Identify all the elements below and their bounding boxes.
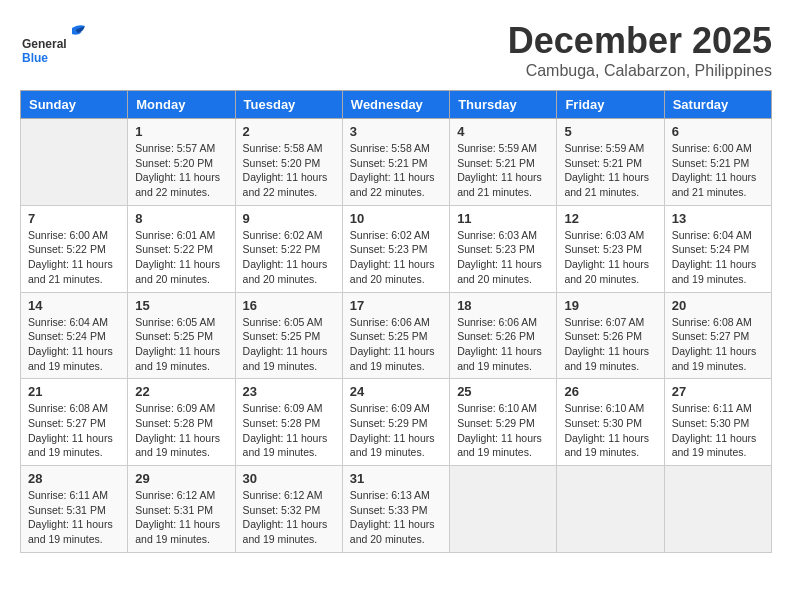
calendar-day-19: 19Sunrise: 6:07 AM Sunset: 5:26 PM Dayli…	[557, 292, 664, 379]
day-number: 14	[28, 298, 120, 313]
day-number: 1	[135, 124, 227, 139]
day-number: 26	[564, 384, 656, 399]
calendar-day-28: 28Sunrise: 6:11 AM Sunset: 5:31 PM Dayli…	[21, 466, 128, 553]
calendar-day-16: 16Sunrise: 6:05 AM Sunset: 5:25 PM Dayli…	[235, 292, 342, 379]
day-info: Sunrise: 6:10 AM Sunset: 5:29 PM Dayligh…	[457, 401, 549, 460]
day-info: Sunrise: 5:58 AM Sunset: 5:20 PM Dayligh…	[243, 141, 335, 200]
weekday-header-monday: Monday	[128, 91, 235, 119]
logo: General Blue	[20, 20, 110, 65]
weekday-header-wednesday: Wednesday	[342, 91, 449, 119]
day-info: Sunrise: 6:08 AM Sunset: 5:27 PM Dayligh…	[28, 401, 120, 460]
calendar-day-12: 12Sunrise: 6:03 AM Sunset: 5:23 PM Dayli…	[557, 205, 664, 292]
day-info: Sunrise: 6:05 AM Sunset: 5:25 PM Dayligh…	[135, 315, 227, 374]
day-info: Sunrise: 6:01 AM Sunset: 5:22 PM Dayligh…	[135, 228, 227, 287]
calendar-day-11: 11Sunrise: 6:03 AM Sunset: 5:23 PM Dayli…	[450, 205, 557, 292]
day-number: 21	[28, 384, 120, 399]
calendar-day-10: 10Sunrise: 6:02 AM Sunset: 5:23 PM Dayli…	[342, 205, 449, 292]
day-info: Sunrise: 6:02 AM Sunset: 5:22 PM Dayligh…	[243, 228, 335, 287]
day-info: Sunrise: 5:59 AM Sunset: 5:21 PM Dayligh…	[457, 141, 549, 200]
day-number: 16	[243, 298, 335, 313]
calendar-day-30: 30Sunrise: 6:12 AM Sunset: 5:32 PM Dayli…	[235, 466, 342, 553]
day-info: Sunrise: 6:00 AM Sunset: 5:21 PM Dayligh…	[672, 141, 764, 200]
day-info: Sunrise: 6:07 AM Sunset: 5:26 PM Dayligh…	[564, 315, 656, 374]
calendar-week-row: 21Sunrise: 6:08 AM Sunset: 5:27 PM Dayli…	[21, 379, 772, 466]
page-header: General Blue December 2025 Cambuga, Cala…	[20, 20, 772, 80]
calendar-day-6: 6Sunrise: 6:00 AM Sunset: 5:21 PM Daylig…	[664, 119, 771, 206]
day-number: 15	[135, 298, 227, 313]
empty-cell	[557, 466, 664, 553]
calendar-day-22: 22Sunrise: 6:09 AM Sunset: 5:28 PM Dayli…	[128, 379, 235, 466]
location-subtitle: Cambuga, Calabarzon, Philippines	[508, 62, 772, 80]
svg-text:General: General	[22, 37, 67, 51]
title-block: December 2025 Cambuga, Calabarzon, Phili…	[508, 20, 772, 80]
calendar-day-4: 4Sunrise: 5:59 AM Sunset: 5:21 PM Daylig…	[450, 119, 557, 206]
day-info: Sunrise: 6:12 AM Sunset: 5:31 PM Dayligh…	[135, 488, 227, 547]
day-number: 4	[457, 124, 549, 139]
day-number: 28	[28, 471, 120, 486]
day-number: 17	[350, 298, 442, 313]
day-number: 8	[135, 211, 227, 226]
day-info: Sunrise: 5:57 AM Sunset: 5:20 PM Dayligh…	[135, 141, 227, 200]
day-number: 30	[243, 471, 335, 486]
day-number: 25	[457, 384, 549, 399]
calendar-day-29: 29Sunrise: 6:12 AM Sunset: 5:31 PM Dayli…	[128, 466, 235, 553]
calendar-day-31: 31Sunrise: 6:13 AM Sunset: 5:33 PM Dayli…	[342, 466, 449, 553]
day-info: Sunrise: 6:12 AM Sunset: 5:32 PM Dayligh…	[243, 488, 335, 547]
calendar-day-24: 24Sunrise: 6:09 AM Sunset: 5:29 PM Dayli…	[342, 379, 449, 466]
calendar-day-18: 18Sunrise: 6:06 AM Sunset: 5:26 PM Dayli…	[450, 292, 557, 379]
day-info: Sunrise: 6:00 AM Sunset: 5:22 PM Dayligh…	[28, 228, 120, 287]
logo-svg: General Blue	[20, 20, 110, 65]
calendar-day-7: 7Sunrise: 6:00 AM Sunset: 5:22 PM Daylig…	[21, 205, 128, 292]
day-number: 10	[350, 211, 442, 226]
day-number: 11	[457, 211, 549, 226]
day-number: 22	[135, 384, 227, 399]
day-info: Sunrise: 6:02 AM Sunset: 5:23 PM Dayligh…	[350, 228, 442, 287]
day-number: 9	[243, 211, 335, 226]
day-info: Sunrise: 6:11 AM Sunset: 5:30 PM Dayligh…	[672, 401, 764, 460]
calendar-day-1: 1Sunrise: 5:57 AM Sunset: 5:20 PM Daylig…	[128, 119, 235, 206]
day-number: 31	[350, 471, 442, 486]
calendar-day-13: 13Sunrise: 6:04 AM Sunset: 5:24 PM Dayli…	[664, 205, 771, 292]
day-info: Sunrise: 6:04 AM Sunset: 5:24 PM Dayligh…	[28, 315, 120, 374]
day-number: 2	[243, 124, 335, 139]
calendar-day-25: 25Sunrise: 6:10 AM Sunset: 5:29 PM Dayli…	[450, 379, 557, 466]
calendar-day-23: 23Sunrise: 6:09 AM Sunset: 5:28 PM Dayli…	[235, 379, 342, 466]
day-number: 18	[457, 298, 549, 313]
empty-cell	[21, 119, 128, 206]
calendar-table: SundayMondayTuesdayWednesdayThursdayFrid…	[20, 90, 772, 553]
day-info: Sunrise: 6:03 AM Sunset: 5:23 PM Dayligh…	[564, 228, 656, 287]
calendar-week-row: 7Sunrise: 6:00 AM Sunset: 5:22 PM Daylig…	[21, 205, 772, 292]
calendar-day-17: 17Sunrise: 6:06 AM Sunset: 5:25 PM Dayli…	[342, 292, 449, 379]
svg-text:Blue: Blue	[22, 51, 48, 65]
day-info: Sunrise: 6:06 AM Sunset: 5:26 PM Dayligh…	[457, 315, 549, 374]
day-info: Sunrise: 6:03 AM Sunset: 5:23 PM Dayligh…	[457, 228, 549, 287]
day-info: Sunrise: 6:09 AM Sunset: 5:29 PM Dayligh…	[350, 401, 442, 460]
day-number: 29	[135, 471, 227, 486]
calendar-day-2: 2Sunrise: 5:58 AM Sunset: 5:20 PM Daylig…	[235, 119, 342, 206]
day-number: 19	[564, 298, 656, 313]
day-number: 13	[672, 211, 764, 226]
weekday-header-sunday: Sunday	[21, 91, 128, 119]
weekday-header-tuesday: Tuesday	[235, 91, 342, 119]
month-year-title: December 2025	[508, 20, 772, 62]
day-number: 3	[350, 124, 442, 139]
day-info: Sunrise: 6:09 AM Sunset: 5:28 PM Dayligh…	[243, 401, 335, 460]
empty-cell	[450, 466, 557, 553]
day-info: Sunrise: 6:08 AM Sunset: 5:27 PM Dayligh…	[672, 315, 764, 374]
calendar-day-8: 8Sunrise: 6:01 AM Sunset: 5:22 PM Daylig…	[128, 205, 235, 292]
day-info: Sunrise: 6:11 AM Sunset: 5:31 PM Dayligh…	[28, 488, 120, 547]
calendar-day-9: 9Sunrise: 6:02 AM Sunset: 5:22 PM Daylig…	[235, 205, 342, 292]
day-number: 27	[672, 384, 764, 399]
day-number: 23	[243, 384, 335, 399]
day-number: 6	[672, 124, 764, 139]
calendar-day-5: 5Sunrise: 5:59 AM Sunset: 5:21 PM Daylig…	[557, 119, 664, 206]
calendar-day-3: 3Sunrise: 5:58 AM Sunset: 5:21 PM Daylig…	[342, 119, 449, 206]
calendar-day-27: 27Sunrise: 6:11 AM Sunset: 5:30 PM Dayli…	[664, 379, 771, 466]
day-info: Sunrise: 6:10 AM Sunset: 5:30 PM Dayligh…	[564, 401, 656, 460]
day-info: Sunrise: 6:06 AM Sunset: 5:25 PM Dayligh…	[350, 315, 442, 374]
day-number: 5	[564, 124, 656, 139]
calendar-day-20: 20Sunrise: 6:08 AM Sunset: 5:27 PM Dayli…	[664, 292, 771, 379]
weekday-header-thursday: Thursday	[450, 91, 557, 119]
day-number: 20	[672, 298, 764, 313]
day-info: Sunrise: 5:58 AM Sunset: 5:21 PM Dayligh…	[350, 141, 442, 200]
